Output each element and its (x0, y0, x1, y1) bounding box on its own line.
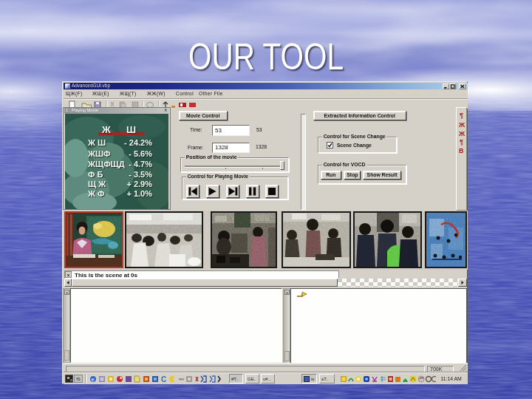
svg-text:Ш: Ш (126, 124, 136, 135)
svg-text:Ф Б: Ф Б (88, 170, 103, 179)
svg-text:C: C (161, 375, 166, 383)
svg-text:¶: ¶ (460, 138, 463, 146)
svg-text:¶: ¶ (460, 112, 463, 119)
svg-text:Ж Ф: Ж Ф (87, 189, 104, 198)
svg-text:Ж: Ж (458, 130, 466, 137)
svg-text:- 3.5%: - 3.5% (129, 170, 152, 179)
svg-text:- 24.2%: - 24.2% (124, 138, 152, 147)
svg-text:Щ Ж: Щ Ж (88, 180, 106, 188)
svg-text:+ 1.0%: + 1.0% (126, 189, 152, 198)
svg-text:В: В (459, 147, 464, 154)
svg-text:Ж: Ж (101, 124, 111, 135)
svg-text:- 4.7%: - 4.7% (129, 160, 152, 168)
svg-text:Ж: Ж (458, 121, 466, 129)
svg-text:Ж Ш: Ж Ш (87, 138, 106, 147)
svg-text:ЖШФ: ЖШФ (87, 149, 110, 158)
svg-text:e: e (92, 376, 95, 383)
svg-text:- 5.6%: - 5.6% (129, 149, 152, 158)
svg-text:ЖЩФЩД: ЖЩФЩД (87, 160, 125, 168)
svg-text:+ 2.9%: + 2.9% (126, 180, 152, 188)
